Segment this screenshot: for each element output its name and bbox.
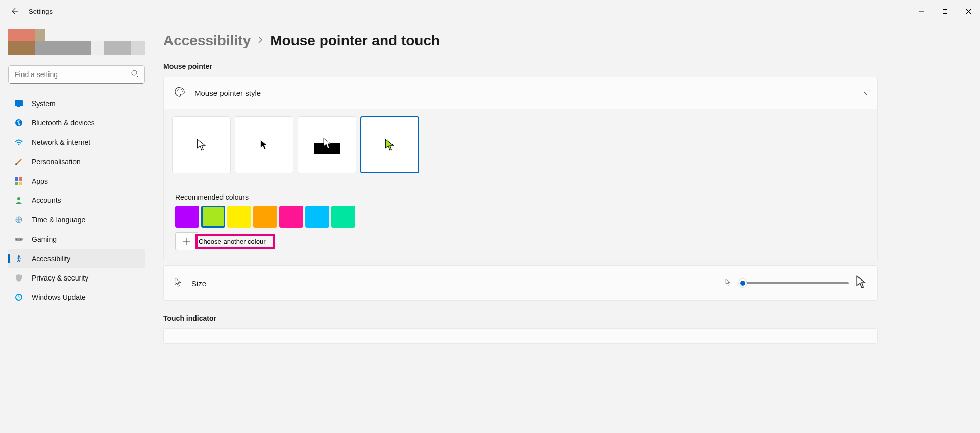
- nav-windows-update[interactable]: Windows Update: [8, 288, 145, 307]
- search-input[interactable]: [8, 65, 145, 84]
- breadcrumb: Accessibility Mouse pointer and touch: [163, 33, 878, 49]
- svg-point-24: [181, 89, 182, 90]
- svg-line-5: [136, 75, 138, 77]
- pointer-style-inverted[interactable]: [298, 116, 356, 173]
- palette-icon: [174, 86, 185, 99]
- highlight-annotation: Choose another colour: [195, 234, 275, 249]
- nav-accounts[interactable]: Accounts: [8, 191, 145, 210]
- brush-icon: [14, 157, 23, 166]
- profile-block: [8, 29, 145, 55]
- svg-point-23: [178, 89, 179, 90]
- recommended-colours-label: Recommended colours: [175, 193, 866, 201]
- nav-list: System Bluetooth & devices Network & int…: [8, 94, 145, 307]
- nav-gaming[interactable]: Gaming: [8, 230, 145, 249]
- colour-swatch-teal[interactable]: [331, 206, 355, 228]
- colour-swatch-purple[interactable]: [175, 206, 199, 228]
- svg-rect-13: [15, 182, 18, 185]
- svg-rect-7: [17, 106, 20, 107]
- nav-label: Windows Update: [32, 293, 86, 301]
- window-title: Settings: [29, 8, 53, 15]
- colour-swatch-orange[interactable]: [253, 206, 277, 228]
- nav-system[interactable]: System: [8, 94, 145, 113]
- nav-accessibility[interactable]: Accessibility: [8, 249, 145, 268]
- svg-point-10: [15, 163, 17, 165]
- nav-label: Gaming: [32, 235, 57, 243]
- svg-point-4: [132, 70, 137, 75]
- section-touch-indicator: Touch indicator: [163, 314, 878, 322]
- slider-thumb[interactable]: [739, 279, 747, 287]
- nav-time-language[interactable]: Time & language: [8, 210, 145, 230]
- card-title: Mouse pointer style: [194, 89, 261, 97]
- search-icon: [131, 69, 139, 80]
- svg-point-9: [18, 144, 20, 146]
- card-touch-indicator[interactable]: [163, 328, 878, 344]
- section-mouse-pointer: Mouse pointer: [163, 62, 878, 70]
- nav-label: Time & language: [32, 216, 85, 224]
- nav-label: Privacy & security: [32, 274, 88, 282]
- breadcrumb-parent[interactable]: Accessibility: [163, 33, 251, 49]
- choose-another-colour-button[interactable]: Choose another colour: [199, 238, 272, 245]
- globe-icon: [14, 215, 23, 224]
- breadcrumb-current: Mouse pointer and touch: [270, 33, 440, 49]
- nav-label: Bluetooth & devices: [32, 119, 95, 127]
- pointer-style-black[interactable]: [235, 116, 293, 173]
- wifi-icon: [14, 138, 23, 147]
- svg-rect-12: [19, 177, 22, 181]
- svg-point-22: [177, 90, 178, 91]
- gamepad-icon: [14, 235, 23, 244]
- svg-point-15: [17, 197, 20, 200]
- nav-privacy[interactable]: Privacy & security: [8, 268, 145, 288]
- card-header-pointer-style[interactable]: Mouse pointer style: [164, 77, 877, 109]
- choose-colour-label: Choose another colour: [199, 238, 266, 245]
- pointer-style-custom[interactable]: [360, 116, 419, 173]
- size-slider[interactable]: [739, 282, 849, 284]
- card-pointer-style: Mouse pointer style Recommended colou: [163, 77, 878, 261]
- nav-personalisation[interactable]: Personalisation: [8, 152, 145, 171]
- svg-point-20: [18, 255, 20, 257]
- colour-section: Recommended colours Choose another colou…: [164, 184, 877, 261]
- pointer-icon: [174, 277, 182, 289]
- window-controls: [910, 0, 980, 22]
- colour-swatch-cyan[interactable]: [305, 206, 329, 228]
- nav-label: Personalisation: [32, 158, 81, 166]
- nav-apps[interactable]: Apps: [8, 171, 145, 191]
- nav-label: Apps: [32, 177, 48, 185]
- svg-rect-1: [943, 9, 947, 13]
- bluetooth-icon: [14, 118, 23, 128]
- nav-bluetooth[interactable]: Bluetooth & devices: [8, 113, 145, 133]
- back-button[interactable]: [9, 6, 19, 16]
- nav-label: System: [32, 99, 56, 108]
- nav-label: Accounts: [32, 196, 61, 205]
- svg-point-19: [20, 239, 21, 240]
- pointer-style-white[interactable]: [172, 116, 231, 173]
- apps-icon: [14, 176, 23, 186]
- svg-point-25: [182, 91, 183, 92]
- colour-row: [175, 206, 866, 228]
- card-size: Size: [163, 265, 878, 301]
- title-bar: Settings: [0, 0, 980, 22]
- choose-colour-wrap: Choose another colour: [175, 232, 866, 250]
- accessibility-icon: [14, 254, 23, 263]
- colour-swatch-lime[interactable]: [201, 206, 225, 228]
- chevron-up-icon: [861, 88, 867, 97]
- nav-label: Network & internet: [32, 138, 90, 146]
- chevron-right-icon: [258, 36, 263, 45]
- main-content: Accessibility Mouse pointer and touch Mo…: [153, 22, 980, 433]
- svg-rect-14: [19, 182, 22, 185]
- minimize-button[interactable]: [910, 0, 933, 22]
- svg-point-18: [16, 239, 17, 240]
- person-icon: [14, 196, 23, 205]
- maximize-button[interactable]: [933, 0, 957, 22]
- system-icon: [14, 99, 23, 108]
- size-slider-wrap: [725, 275, 867, 291]
- search-wrap: [8, 65, 145, 84]
- sidebar: System Bluetooth & devices Network & int…: [0, 22, 153, 433]
- nav-network[interactable]: Network & internet: [8, 133, 145, 152]
- close-button[interactable]: [957, 0, 980, 22]
- size-label: Size: [191, 279, 206, 288]
- colour-swatch-pink[interactable]: [279, 206, 303, 228]
- plus-icon[interactable]: [175, 232, 198, 250]
- svg-rect-11: [15, 177, 18, 181]
- svg-rect-6: [15, 100, 23, 106]
- colour-swatch-yellow[interactable]: [227, 206, 251, 228]
